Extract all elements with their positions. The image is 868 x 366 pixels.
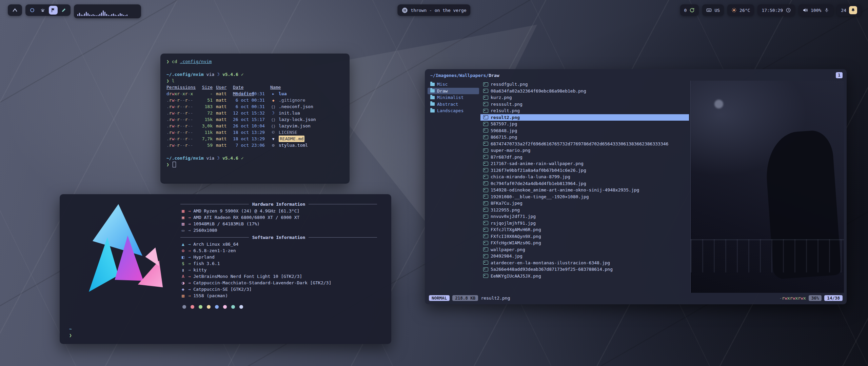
dir-item[interactable]: Landscapes [428,107,479,114]
file-item[interactable]: 8FKa7Cu.jpeg [480,200,689,207]
launcher-button[interactable] [8,4,22,16]
file-type-icon [270,123,276,129]
dir-item[interactable]: Abstract [428,101,479,108]
speaker-icon [803,7,808,13]
info-icon [180,248,186,253]
clock-widget[interactable]: 17:50:29 [757,4,795,16]
file-type-icon [270,104,276,110]
file-item[interactable]: atardecer-en-la-montanas-ilustracion-634… [480,260,689,266]
file-item[interactable]: kurz.png [480,94,689,101]
preview-moon [714,100,723,108]
command: l [172,78,175,84]
file-item[interactable]: FXfcHgcWIAMzs0G.png [480,240,689,246]
file-item[interactable]: 87r687df.png [480,154,689,161]
file-type-icon [270,90,276,97]
file-item[interactable]: rsjqojlmjhf91.jpg [480,220,689,227]
file-item[interactable]: 596848.jpg [480,127,689,134]
folder-icon [430,109,435,113]
keyboard-layout-widget[interactable]: US [702,4,724,16]
file-item[interactable]: resssult.png [480,101,689,108]
workspace-switcher [25,4,71,16]
file-item[interactable]: FXfcJlTXgAMvH6R.png [480,226,689,233]
ls-row: .rw-r--r-- 3,0k matt 26 oct 10:04 lazyvi… [166,123,343,129]
file-item[interactable]: chica-mirando-la-luna-8799.jpg [480,174,689,180]
image-icon [483,215,488,219]
info-icon [180,287,186,292]
media-pause-icon [401,7,408,14]
parent-dir-list: Misc Draw Minimalist Abstract [428,81,479,293]
file-item[interactable]: re1sult.png [480,107,689,114]
image-icon [483,181,488,185]
image-icon [483,122,488,126]
command-arg: .config/nvim [180,58,212,65]
ls-row: .rw-r--r-- 183 matt 6 oct 00:31 .neoconf… [166,103,343,110]
dir-item[interactable]: Draw [428,88,479,95]
file-item[interactable]: 19201080-__blue-tinge__-1920×1080.jpg [480,194,689,200]
file-item[interactable]: 587597.jpg [480,121,689,127]
folder-icon [430,102,435,106]
file-item[interactable]: ressdfgult.png [480,81,689,88]
info-line: → Catppuccin-SE [GTK2/3] [180,286,377,292]
file-item[interactable]: 3126f7e9bbf21a8a4af0b67b041c6e26.jpg [480,167,689,174]
dir-item[interactable]: Misc [428,81,479,88]
file-item[interactable]: nnvuv0xj2df71.jpg [480,213,689,220]
updates-widget[interactable]: 0 [680,4,699,16]
keyboard-layout: US [714,8,720,13]
file-item[interactable]: wallpaper.png [480,246,689,253]
file-list: ressdfgult.png 08a634fa02a32364f69ebc86a… [480,81,689,293]
terminal-window[interactable]: ❯cd.config/nvim ~/.config/nvimvia☽v5.4.6… [160,54,350,184]
dir-item[interactable]: Minimalist [428,94,479,101]
media-widget[interactable]: thrown - on the verge [397,4,470,16]
flag-icon [51,7,56,13]
fetch-terminal-window[interactable]: Hardware Information → AMD Ryzen 9 5900X… [60,194,391,344]
temperature: 26°C [739,8,750,13]
file-item[interactable]: FXfcII0X0AQyn9X.png [480,233,689,240]
tab-indicator[interactable]: 1 [836,72,843,78]
info-line: → Catppuccin-Macchiato-Standard-Lavender… [180,280,377,286]
image-icon [483,208,488,212]
ls-table-header: Permissions Size User Date Modified Name [166,84,343,90]
file-item[interactable]: 866715.png [480,134,689,141]
image-icon [483,109,488,113]
file-item[interactable]: super-mario.png [480,147,689,154]
software-info-list: → Arch Linux x86_64 → 6.5.8-zen1-1-zen →… [180,241,377,299]
image-icon [483,175,488,179]
info-line: → 10948MiB / 64183MiB (17%) [180,221,377,227]
workspace-browser-button[interactable] [28,6,37,15]
file-item[interactable]: 3122955.png [480,207,689,214]
workspace-draw-button[interactable] [59,6,68,15]
file-manager-window[interactable]: ~/Imagenes/Wallpapers/Draw 1 Misc Draw M… [425,69,847,304]
file-item[interactable]: 08a634fa02a32364f69ebc86a98eb1eb.png [480,88,689,95]
file-item[interactable]: 0c794faf07de24a4db4d4fb1eb813964.jpg [480,180,689,187]
info-icon [180,261,186,266]
info-line: → fish 3.6.1 [180,260,377,267]
file-item[interactable]: 217167-sad-anime-rain-wallpaper.png [480,160,689,167]
file-type-icon [270,136,276,142]
workspace-active-button[interactable] [49,6,58,15]
arrow-icon: → [188,261,191,266]
file-item[interactable]: EeNKYgIUcAAJ5JX.png [480,273,689,280]
ls-row: .rw-r--r-- 11k matt 18 oct 13:29 LICENSE [166,129,343,136]
prompt-cwd: ~/.config/nvim [166,71,204,78]
sun-icon [731,7,737,13]
file-item[interactable]: 5a266e448add93deab367d87173e9f25-6837886… [480,266,689,273]
arrow-icon: → [188,209,191,214]
image-icon [483,234,488,238]
file-type-icon [270,129,276,136]
weather-widget[interactable]: 26°C [727,4,754,16]
arrow-icon: → [188,274,191,279]
file-item[interactable]: 68747470733a2f2f696d616765732d7769786d70… [480,141,689,147]
file-item[interactable]: result2.png [480,114,689,121]
info-line: → AMD ATI Radeon RX 6800/6800 XT / 6900 … [180,214,377,221]
workspace-misc-button[interactable] [38,6,47,15]
lua-icon: ☽ [217,71,220,78]
ls-row: .rw-r--r-- 51 matt 6 oct 00:31 .gitignor… [166,97,343,103]
file-item[interactable]: 20492984.jpg [480,253,689,260]
file-item[interactable]: 154928-odinokoe_anime-art-anime-okno-sin… [480,187,689,194]
check-icon: ✓ [241,71,244,78]
notifications-widget[interactable]: 24 [837,4,861,16]
image-icon [483,195,488,199]
folder-icon [430,96,435,99]
arrow-icon: → [188,281,191,285]
volume-widget[interactable]: 100% [798,4,833,16]
